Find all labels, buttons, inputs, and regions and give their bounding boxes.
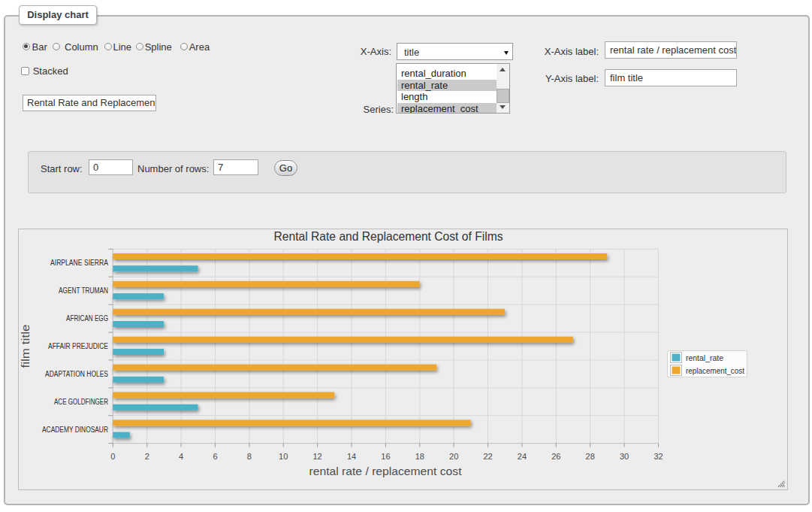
svg-text:ACADEMY DINOSAUR: ACADEMY DINOSAUR xyxy=(42,426,108,434)
svg-text:AIRPLANE SIERRA: AIRPLANE SIERRA xyxy=(50,259,108,267)
svg-text:AFFAIR PREJUDICE: AFFAIR PREJUDICE xyxy=(48,342,108,350)
svg-text:rental_rate: rental_rate xyxy=(686,353,723,362)
svg-text:Rental Rate and Replacement Co: Rental Rate and Replacement Cost of Film… xyxy=(274,229,503,243)
svg-text:8: 8 xyxy=(247,452,252,461)
svg-text:30: 30 xyxy=(620,452,629,461)
svg-text:24: 24 xyxy=(518,452,527,461)
svg-text:0: 0 xyxy=(110,452,115,461)
svg-text:12: 12 xyxy=(313,452,322,461)
svg-text:28: 28 xyxy=(586,452,595,461)
svg-text:AFRICAN EGG: AFRICAN EGG xyxy=(66,314,108,323)
svg-text:10: 10 xyxy=(279,452,288,461)
svg-text:2: 2 xyxy=(145,452,149,461)
svg-text:ADAPTATION HOLES: ADAPTATION HOLES xyxy=(45,370,108,378)
svg-text:rental rate / replacement cost: rental rate / replacement cost xyxy=(309,465,463,477)
svg-text:16: 16 xyxy=(381,452,390,461)
svg-text:32: 32 xyxy=(654,452,663,461)
svg-text:AGENT TRUMAN: AGENT TRUMAN xyxy=(59,286,108,295)
svg-text:18: 18 xyxy=(415,452,424,461)
svg-text:20: 20 xyxy=(449,452,458,461)
svg-text:4: 4 xyxy=(179,452,183,461)
svg-text:film title: film title xyxy=(20,324,32,368)
svg-text:ACE GOLDFINGER: ACE GOLDFINGER xyxy=(54,398,108,406)
svg-text:26: 26 xyxy=(551,452,560,461)
svg-text:14: 14 xyxy=(347,452,356,461)
svg-text:22: 22 xyxy=(483,452,492,461)
svg-text:replacement_cost: replacement_cost xyxy=(686,366,744,375)
svg-text:6: 6 xyxy=(213,452,217,461)
